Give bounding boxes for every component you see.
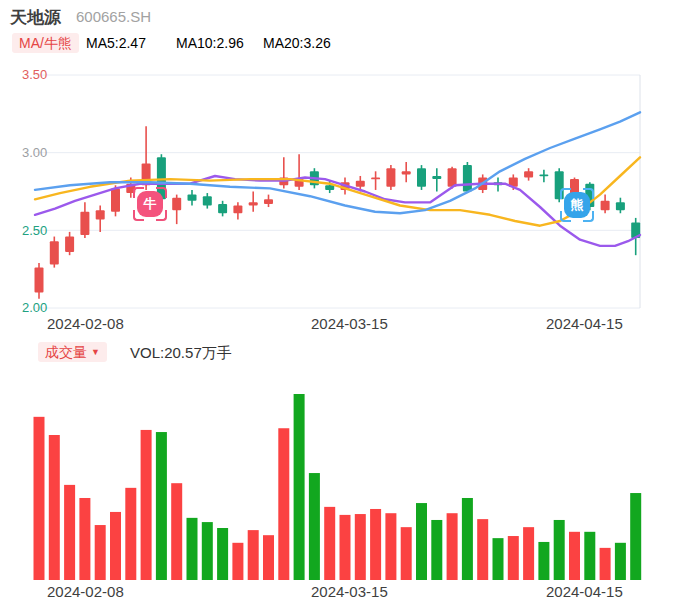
volume-bar — [600, 548, 611, 580]
volume-bar — [615, 543, 626, 580]
chevron-down-icon: ▼ — [91, 347, 100, 357]
candle-body — [356, 181, 365, 187]
bear-marker-icon[interactable]: 熊 — [560, 188, 594, 222]
vol-xtick-date-1: 2024-02-08 — [47, 583, 124, 600]
volume-bar — [171, 483, 182, 580]
volume-readout: VOL:20.57万手 — [130, 344, 232, 363]
candle-body — [463, 165, 472, 191]
candle-body — [539, 174, 548, 176]
volume-bar — [523, 527, 534, 580]
vol-xtick-date-3: 2024-04-15 — [546, 583, 623, 600]
candle-body — [264, 199, 273, 204]
volume-selector-label: 成交量 — [45, 344, 87, 360]
volume-bar — [309, 473, 320, 580]
candle-body — [417, 168, 426, 187]
volume-bar — [584, 532, 595, 580]
candle-body — [524, 171, 533, 177]
xtick-date-1: 2024-02-08 — [47, 315, 124, 332]
candle-body — [50, 241, 59, 264]
candle-body — [371, 178, 380, 180]
volume-bar — [370, 509, 381, 580]
volume-bar — [64, 485, 75, 580]
volume-bar — [324, 507, 335, 580]
volume-bar — [462, 498, 473, 580]
volume-bar — [569, 532, 580, 580]
stock-chart-app: 天地源 600665.SH MA/牛熊 MA5:2.47 MA10:2.96 M… — [0, 0, 686, 606]
candle-body — [325, 185, 334, 190]
ytick-2-50: 2.50 — [22, 223, 56, 238]
ytick-3-50: 3.50 — [22, 67, 56, 82]
volume-bar — [110, 512, 121, 580]
candle-body — [111, 188, 120, 211]
volume-bar — [187, 518, 198, 580]
candle-body — [96, 210, 105, 219]
candle-body — [188, 195, 197, 201]
volume-bar — [294, 394, 305, 580]
candle-body — [432, 176, 441, 179]
ytick-3-00: 3.00 — [22, 145, 56, 160]
candle-body — [218, 204, 227, 213]
volume-bar — [431, 520, 442, 580]
volume-bar — [34, 417, 45, 580]
candle-body — [80, 212, 89, 235]
volume-bar — [401, 527, 412, 580]
bull-marker-icon[interactable]: 牛 — [133, 187, 167, 221]
volume-bar — [49, 435, 60, 580]
volume-bar — [630, 493, 641, 580]
xtick-date-3: 2024-04-15 — [546, 315, 623, 332]
volume-bar — [493, 538, 504, 580]
volume-bar — [416, 503, 427, 580]
xtick-date-2: 2024-03-15 — [311, 315, 388, 332]
volume-bar — [355, 514, 366, 580]
ma-line-ma20 — [35, 112, 640, 213]
vol-xtick-date-2: 2024-03-15 — [311, 583, 388, 600]
candle-body — [65, 237, 74, 253]
volume-bar — [156, 432, 167, 580]
volume-bar — [385, 513, 396, 580]
candle-body — [203, 196, 212, 205]
volume-bar — [340, 515, 351, 580]
volume-bar — [278, 428, 289, 580]
candle-body — [386, 168, 395, 187]
candle-body — [35, 268, 44, 293]
candle-body — [249, 202, 258, 205]
volume-bar — [232, 543, 243, 580]
ytick-2-00: 2.00 — [22, 300, 56, 315]
volume-selector-button[interactable]: 成交量 ▼ — [38, 342, 107, 362]
candle-body — [601, 201, 610, 210]
candle-body — [616, 202, 625, 210]
volume-bar — [202, 522, 213, 580]
candle-body — [172, 198, 181, 210]
volume-bar — [248, 530, 259, 580]
candle-body — [448, 168, 457, 187]
candle-body — [402, 171, 411, 174]
volume-bar — [447, 513, 458, 580]
candle-body — [233, 205, 242, 213]
bear-glyph: 熊 — [564, 192, 590, 218]
volume-bar — [95, 525, 106, 580]
volume-bar — [125, 488, 136, 580]
candlestick-volume-chart[interactable] — [0, 0, 686, 606]
volume-bar — [263, 535, 274, 580]
volume-bar — [217, 528, 228, 580]
volume-bar — [477, 519, 488, 580]
bull-glyph: 牛 — [137, 191, 163, 217]
volume-bar — [141, 430, 152, 580]
volume-bar — [538, 542, 549, 580]
volume-bar — [554, 520, 565, 580]
volume-bar — [508, 536, 519, 580]
volume-bar — [79, 498, 90, 580]
